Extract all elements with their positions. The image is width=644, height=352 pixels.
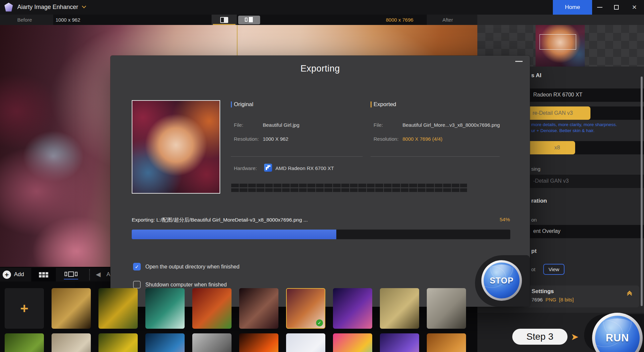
model-description-line1: more details, more clarity, more sharpne… (531, 122, 617, 127)
collapse-settings-icon[interactable] (628, 291, 631, 295)
settings-header: Settings (532, 288, 554, 295)
exported-separator (371, 156, 500, 157)
thumb-woman-hat[interactable] (52, 333, 91, 352)
stop-button-label: STOP (490, 276, 514, 285)
sidebar-scrollbar[interactable] (641, 77, 643, 306)
thumb-fire-phoenix[interactable] (239, 333, 278, 352)
gpu-dropdown[interactable]: Radeon RX 6700 XT (520, 88, 644, 102)
after-label: After (442, 17, 453, 23)
export-percent: 54% (500, 217, 510, 223)
export-progress-bar (132, 230, 510, 239)
maximize-button[interactable] (609, 0, 624, 15)
home-button[interactable]: Home (553, 0, 592, 15)
thumb-bedroom[interactable] (427, 288, 466, 329)
before-label: Before (17, 17, 32, 23)
before-resolution: 1000 x 962 (56, 17, 80, 23)
split-view-toggle[interactable] (212, 15, 237, 25)
section-header-ai: s AI (531, 72, 542, 79)
checkbox-open-output-directory[interactable]: ✓ (133, 263, 141, 270)
dialog-minimize-button[interactable] (515, 61, 523, 62)
tile-progress-grid (231, 183, 467, 192)
thumb-yellow-bird[interactable] (98, 333, 138, 352)
minimize-button[interactable] (592, 0, 607, 15)
exported-resolution-label: Resolution: (374, 136, 399, 142)
add-image-tile[interactable]: + (5, 288, 44, 329)
original-file-value: Beautiful Girl.jpg (263, 122, 299, 128)
hardware-value: AMD Radeon RX 6700 XT (275, 165, 334, 171)
thumb-food-dish[interactable] (427, 333, 466, 352)
thumb-galaxy[interactable] (333, 288, 372, 329)
thumb-river-canyon[interactable] (145, 288, 185, 329)
side-by-side-view-icon (245, 17, 253, 23)
step3-button[interactable]: Step 3 (512, 329, 567, 345)
grid-view-icon (39, 272, 48, 277)
label-fragment-ot: ot (531, 266, 536, 272)
overlay-dropdown[interactable]: ent Overlay (520, 225, 644, 238)
model-description-line2: ur + Denoise. Better skin & hair. (531, 128, 594, 133)
export-progress-fill (132, 230, 336, 239)
navigator-thumbnail[interactable] (536, 25, 585, 67)
thumb-tiger[interactable] (52, 288, 91, 329)
thumb-bw-portrait[interactable] (192, 333, 232, 352)
thumb-redhead-girl[interactable]: ✓ (286, 288, 325, 329)
scale-dropdown[interactable]: x8 (520, 141, 644, 154)
side-by-side-view-toggle[interactable] (238, 16, 260, 24)
navigator-viewport[interactable] (540, 34, 576, 50)
toolbar-label-fragment: A (106, 271, 110, 278)
run-button-label: RUN (606, 332, 629, 344)
thumb-grass-field[interactable] (380, 288, 419, 329)
hardware-label: Hardware: (234, 165, 257, 171)
thumb-color-gradient[interactable] (333, 333, 372, 352)
selected-check-icon: ✓ (316, 319, 323, 326)
thumb-girl-headphones[interactable] (380, 333, 419, 352)
checkbox-row-shutdown-computer: Shutdown computer when finished (133, 281, 227, 288)
plus-icon: + (3, 270, 11, 279)
label-fragment-sing: sing (531, 166, 541, 172)
exporting-dialog: Exporting Original File: Beautiful Girl.… (110, 56, 530, 307)
view-button[interactable]: View (543, 264, 564, 275)
split-view-icon (220, 17, 228, 23)
exported-resolution-value: 8000 X 7696 (4/4) (402, 136, 442, 142)
app-window: Before 1000 x 962 8000 x 7696 After s AI… (0, 0, 644, 352)
viewer-toolbar: Before 1000 x 962 8000 x 7696 After (0, 15, 477, 25)
original-resolution-value: 1000 X 962 (263, 136, 288, 142)
model-pill: re-Detail GAN v3 (519, 106, 590, 120)
filmstrip-view-button[interactable] (59, 268, 83, 281)
export-status-text: Exporting: L:/配图/超分后/Beautiful Girl_More… (132, 217, 308, 224)
filmstrip-row-2 (0, 333, 477, 352)
app-title: Aiarty Image Enhancer (17, 4, 78, 11)
exported-file-value: Beautiful Girl_More...v3_x8_8000x7696.pn… (402, 122, 500, 128)
original-resolution-label: Resolution: (234, 136, 259, 142)
thumb-olives[interactable] (5, 333, 44, 352)
exported-file-label: File: (374, 122, 383, 128)
original-heading: Original (231, 101, 253, 108)
thumb-butterfly[interactable] (98, 288, 138, 329)
thumb-vegetables[interactable] (192, 288, 232, 329)
dialog-title: Exporting (110, 64, 530, 74)
thumb-anime-girl[interactable] (286, 333, 325, 352)
model-dropdown[interactable]: re-Detail GAN v3 (520, 106, 644, 120)
original-separator (231, 156, 363, 157)
after-resolution: 8000 x 7696 (386, 17, 413, 23)
disabled-model-dropdown[interactable]: -Detail GAN v3 (520, 175, 644, 188)
export-preview-thumbnail (132, 100, 220, 194)
thumb-jellyfish[interactable] (145, 333, 185, 352)
stop-button[interactable]: STOP (484, 263, 520, 298)
checkbox-shutdown-computer[interactable] (133, 281, 141, 288)
exported-heading: Exported (371, 101, 396, 108)
checkbox-label: Open the output directory when finished (145, 264, 240, 270)
export-settings-block: Settings 7696 PNG [8 bits] (522, 285, 639, 307)
thumb-dark-portrait[interactable] (239, 288, 278, 329)
chevron-down-icon[interactable] (82, 4, 86, 8)
step-arrow-icon: ➤ (571, 331, 578, 342)
amd-radeon-icon (264, 164, 272, 172)
checkbox-row-open-output-directory: ✓Open the output directory when finished (133, 263, 240, 270)
close-button[interactable]: ✕ (627, 0, 642, 15)
checkbox-label: Shutdown computer when finished (145, 282, 227, 288)
back-arrow-icon[interactable]: ◀ (96, 270, 101, 278)
app-logo-icon (4, 3, 13, 12)
filmstrip-row-1: +✓ (0, 288, 477, 329)
label-fragment-on: on (531, 217, 537, 223)
grid-view-button[interactable] (31, 268, 56, 281)
toolbar-divider (89, 269, 90, 280)
